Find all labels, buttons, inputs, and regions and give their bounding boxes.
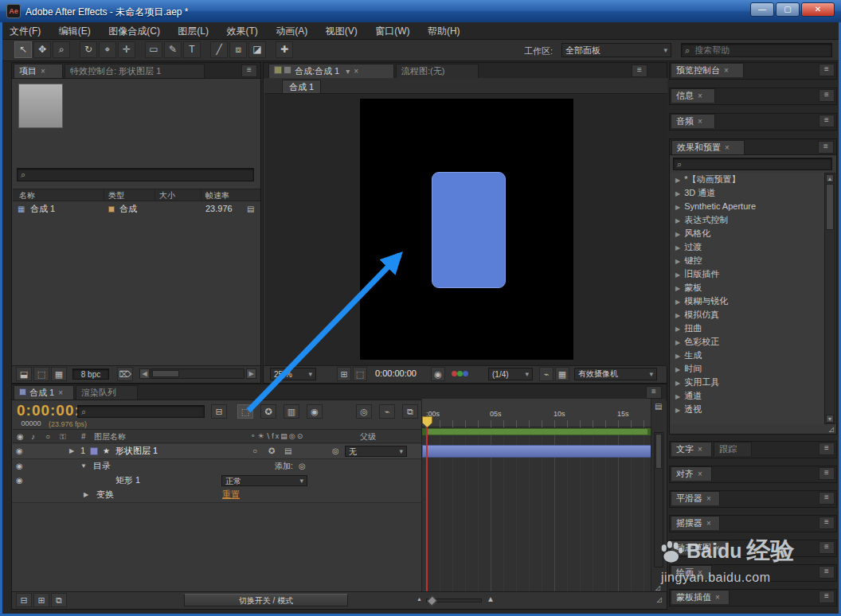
rect-row[interactable]: ◉ 矩形 1 正常▾ <box>12 474 421 489</box>
composition-mini-flowchart-icon[interactable]: ⊟ <box>211 404 227 419</box>
label-swatch[interactable] <box>90 447 98 455</box>
item-name[interactable]: 合成 1 <box>30 202 55 216</box>
twirl-down-icon[interactable]: ▼ <box>80 459 87 473</box>
reset-link[interactable]: 重置 <box>222 488 240 501</box>
layer-row[interactable]: ◉ ▶ 1 ★ 形状图层 1 ○ ✪ ▤ ◎ 无▾ <box>12 444 421 459</box>
help-search-input[interactable] <box>693 45 828 56</box>
transparency-grid-icon[interactable]: ▦ <box>555 367 569 381</box>
close-icon[interactable]: × <box>706 494 711 503</box>
close-icon[interactable]: × <box>58 388 63 397</box>
eye-icon[interactable]: ◉ <box>16 459 23 473</box>
tab-info[interactable]: 信息× <box>671 88 715 103</box>
timeline-zoom-slider[interactable] <box>426 598 482 602</box>
zoom-in-mountain-icon[interactable]: ▲ <box>487 595 495 603</box>
effects-item[interactable]: ▶*【动画预置】 <box>671 173 826 186</box>
hide-shy-layers-icon[interactable]: ✪ <box>260 404 276 419</box>
tab-smoother[interactable]: 平滑器× <box>671 491 720 505</box>
tab-tracker[interactable]: 跟踪 <box>714 442 752 456</box>
color-depth-button[interactable]: 8 bpc <box>72 368 109 380</box>
close-icon[interactable]: × <box>698 92 702 100</box>
tab-effect-controls[interactable]: 特效控制台: 形状图层 1 <box>65 64 205 78</box>
layer-name[interactable]: 形状图层 1 <box>115 444 158 458</box>
col-type[interactable]: 类型 <box>108 189 124 201</box>
effects-item[interactable]: ▶实用工具 <box>671 376 826 389</box>
effects-item[interactable]: ▶透视 <box>671 403 826 416</box>
twirl-icon[interactable]: ▶ <box>675 244 680 251</box>
auto-keyframe-icon[interactable]: ◎ <box>356 404 372 419</box>
tab-audio[interactable]: 音频× <box>671 114 715 128</box>
panel-menu-icon[interactable]: ≡ <box>241 64 257 77</box>
hand-tool-icon[interactable]: ✥ <box>33 41 51 58</box>
comp-name-subtab[interactable]: 合成 1 <box>282 80 321 93</box>
close-icon[interactable]: × <box>698 568 702 577</box>
effects-item[interactable]: ▶扭曲 <box>671 322 826 335</box>
twirl-icon[interactable]: ▶ <box>675 393 680 400</box>
shape-rectangle[interactable] <box>432 172 506 288</box>
menu-item-file[interactable]: 文件(F) <box>2 22 48 40</box>
effects-item[interactable]: ▶蒙板 <box>671 281 826 294</box>
workspace-dropdown[interactable]: 全部面板 ▾ <box>561 43 671 57</box>
active-camera-dropdown[interactable]: 有效摄像机▾ <box>574 368 657 380</box>
panel-menu-icon[interactable]: ≡ <box>819 89 835 102</box>
pen-tool-icon[interactable]: ✎ <box>164 41 182 58</box>
brush-tool-icon[interactable]: ╱ <box>210 41 228 58</box>
effects-item[interactable]: ▶生成 <box>671 349 826 362</box>
timeline-column-header[interactable]: ◉ ♪ ○ ⚿ # 图层名称 ⚬☀∖fx▤◎⊙ 父级 <box>13 429 421 443</box>
eye-icon[interactable]: ◉ <box>16 474 23 487</box>
twirl-icon[interactable]: ▶ <box>675 326 680 333</box>
fast-preview-icon[interactable]: ⌁ <box>539 367 553 381</box>
menu-item-effect[interactable]: 效果(T) <box>219 22 264 40</box>
close-icon[interactable]: × <box>698 117 702 126</box>
panel-menu-icon[interactable]: ≡ <box>819 115 835 127</box>
frame-blend-icon[interactable]: ▥ <box>284 404 299 419</box>
twirl-icon[interactable]: ▶ <box>675 204 680 211</box>
menu-item-layer[interactable]: 图层(L) <box>170 22 216 40</box>
effects-item[interactable]: ▶风格化 <box>671 227 826 240</box>
scroll-right-icon[interactable]: ▶ <box>246 368 256 379</box>
effects-item[interactable]: ▶Synthetic Aperture <box>671 200 826 213</box>
project-hscrollbar[interactable] <box>151 368 244 379</box>
effects-item[interactable]: ▶过渡 <box>671 240 826 254</box>
timeline-track-area[interactable]: :00s 05s 10s 15s <box>421 399 652 595</box>
add-target-icon[interactable]: ◎ <box>299 459 306 473</box>
scroll-up-icon[interactable]: ▲ <box>826 174 834 182</box>
rotation-tool-icon[interactable]: ↻ <box>80 41 97 58</box>
layer-duration-bar[interactable] <box>422 445 653 458</box>
work-area-bar[interactable] <box>422 428 653 435</box>
close-icon[interactable]: × <box>706 519 711 528</box>
panel-menu-icon[interactable]: ≡ <box>819 64 835 76</box>
project-search-box[interactable]: ⌕ <box>17 168 254 181</box>
scroll-down-icon[interactable]: ▼ <box>826 415 834 423</box>
timeline-search-input[interactable] <box>89 406 201 417</box>
effects-item[interactable]: ▶色彩校正 <box>671 335 826 349</box>
twirl-icon[interactable]: ▶ <box>84 488 88 501</box>
zoom-out-mountain-icon[interactable]: ▲ <box>417 596 422 602</box>
col-parent[interactable]: 父级 <box>360 430 376 443</box>
effects-item[interactable]: ▶模糊与锐化 <box>671 294 826 308</box>
live-update-icon[interactable]: ⌁ <box>379 404 395 419</box>
col-index[interactable]: # <box>81 430 86 443</box>
panel-menu-icon[interactable]: ≡ <box>819 467 835 480</box>
panel-menu-icon[interactable]: ≡ <box>819 591 835 603</box>
magnification-dropdown[interactable]: 25 %▾ <box>270 368 316 380</box>
new-folder-icon[interactable]: ⬚ <box>33 367 49 381</box>
graph-editor-icon[interactable]: ⧉ <box>402 404 418 419</box>
parent-dropdown[interactable]: 无▾ <box>345 446 407 457</box>
close-icon[interactable]: × <box>354 67 358 76</box>
maximize-button[interactable]: ▢ <box>776 2 800 17</box>
resize-grip-icon[interactable]: ◿ <box>657 596 662 603</box>
tab-mask-interpolation[interactable]: 蒙板插值× <box>671 590 730 604</box>
effects-vscrollbar[interactable]: ▲ ▼ <box>824 173 835 424</box>
type-tool-icon[interactable]: T <box>183 41 201 58</box>
twirl-icon[interactable]: ▶ <box>675 231 680 238</box>
channel-blue-icon[interactable] <box>463 371 468 376</box>
menu-item-view[interactable]: 视图(V) <box>319 22 365 40</box>
effects-search-input[interactable] <box>685 158 828 170</box>
table-row[interactable]: ▦ 合成 1 合成 23.976 ▤ <box>13 202 260 216</box>
expand-layers-icon[interactable]: ⊟ <box>16 593 32 607</box>
snapshot-icon[interactable]: ◉ <box>431 367 445 381</box>
expand-columns-icon[interactable]: ⊞ <box>33 593 49 607</box>
trash-icon[interactable]: ⌦ <box>117 367 133 381</box>
comp-viewport[interactable] <box>360 99 573 360</box>
panel-menu-icon[interactable]: ≡ <box>819 517 835 529</box>
